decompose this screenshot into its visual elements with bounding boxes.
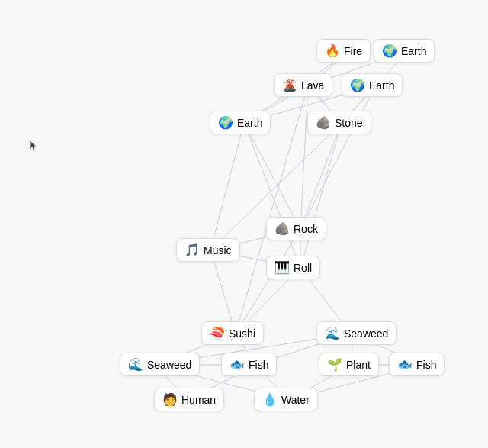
fire-label: Fire	[344, 45, 362, 57]
node-seaweed2[interactable]: 🌊Seaweed	[120, 353, 200, 376]
sushi-label: Sushi	[229, 327, 255, 340]
node-fish2[interactable]: 🐟Fish	[389, 353, 445, 376]
svg-line-6	[244, 123, 300, 229]
node-rock[interactable]: 🪨Rock	[266, 217, 326, 240]
lava-label: Lava	[301, 79, 324, 92]
node-lava[interactable]: 🌋Lava	[274, 73, 332, 97]
sushi-icon: 🍣	[210, 326, 225, 340]
fish1-icon: 🐟	[230, 357, 245, 372]
plant-icon: 🌱	[327, 357, 342, 372]
node-earth3[interactable]: 🌍Earth	[210, 111, 271, 134]
seaweed1-icon: 🌊	[325, 326, 340, 340]
water-label: Water	[281, 394, 310, 406]
plant-label: Plant	[346, 359, 371, 371]
earth1-icon: 🌍	[382, 44, 397, 58]
earth2-label: Earth	[369, 79, 394, 92]
node-roll[interactable]: 🎹Roll	[266, 256, 320, 279]
earth1-label: Earth	[401, 45, 426, 57]
fish2-label: Fish	[416, 359, 436, 371]
earth2-icon: 🌍	[350, 78, 365, 92]
fish1-label: Fish	[249, 359, 268, 371]
node-music[interactable]: 🎵Music	[176, 238, 240, 262]
node-sushi[interactable]: 🍣Sushi	[201, 321, 264, 345]
earth3-label: Earth	[237, 117, 262, 129]
roll-icon: 🎹	[274, 260, 290, 275]
svg-line-31	[300, 123, 342, 268]
seaweed2-label: Seaweed	[147, 359, 191, 371]
svg-line-32	[244, 123, 300, 268]
stone-label: Stone	[335, 117, 363, 129]
fire-icon: 🔥	[325, 44, 340, 58]
node-fish1[interactable]: 🐟Fish	[221, 353, 277, 376]
stone-icon: 🪨	[316, 115, 331, 130]
earth3-icon: 🌍	[218, 115, 233, 130]
node-water[interactable]: 💧Water	[254, 388, 318, 411]
fish2-icon: 🐟	[397, 357, 413, 372]
music-icon: 🎵	[185, 243, 200, 257]
lava-icon: 🌋	[282, 78, 297, 92]
node-human[interactable]: 🧑Human	[154, 388, 224, 411]
node-earth1[interactable]: 🌍Earth	[374, 39, 435, 63]
seaweed1-label: Seaweed	[344, 327, 388, 340]
connections-canvas	[0, 0, 488, 448]
node-fire[interactable]: 🔥Fire	[316, 39, 371, 63]
svg-line-7	[300, 123, 342, 229]
music-label: Music	[204, 244, 232, 256]
node-earth2[interactable]: 🌍Earth	[342, 73, 403, 97]
svg-line-34	[236, 229, 300, 334]
water-icon: 💧	[262, 392, 278, 407]
roll-label: Roll	[294, 262, 312, 274]
node-stone[interactable]: 🪨Stone	[307, 111, 371, 134]
seaweed2-icon: 🌊	[128, 357, 143, 372]
human-icon: 🧑	[162, 392, 178, 407]
svg-line-24	[210, 123, 244, 250]
node-seaweed1[interactable]: 🌊Seaweed	[316, 321, 396, 345]
node-plant[interactable]: 🌱Plant	[319, 353, 379, 376]
rock-label: Rock	[294, 223, 318, 235]
rock-icon: 🪨	[274, 221, 290, 236]
svg-line-29	[300, 85, 376, 229]
human-label: Human	[181, 394, 216, 406]
